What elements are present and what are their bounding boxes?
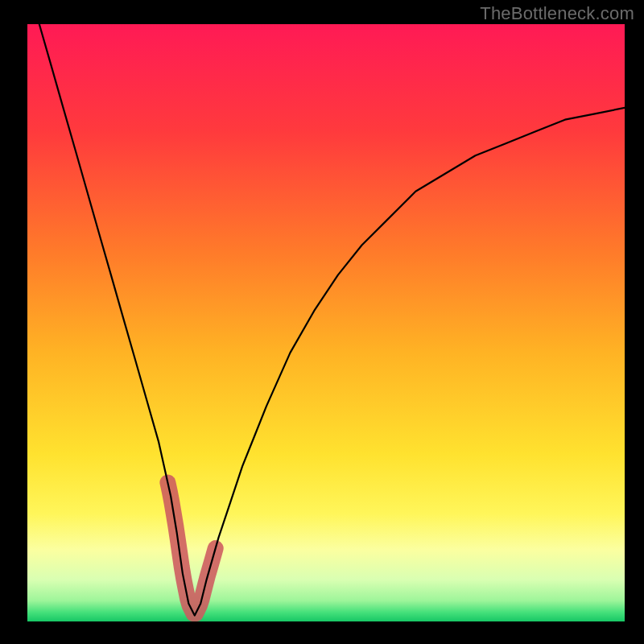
- watermark-text: TheBottleneck.com: [480, 3, 634, 24]
- plot-svg: [27, 24, 625, 621]
- chart-frame: TheBottleneck.com: [0, 0, 644, 644]
- gradient-background: [27, 24, 625, 621]
- plot-area: [27, 24, 625, 621]
